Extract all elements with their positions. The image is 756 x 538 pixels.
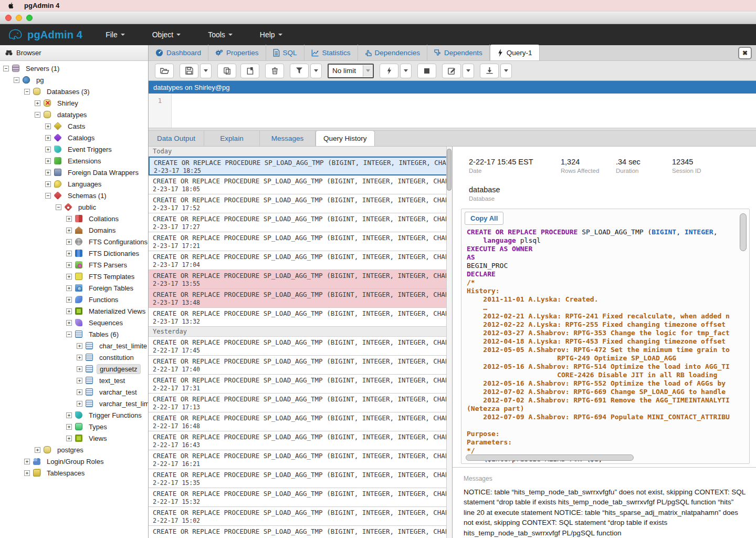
- collapse-icon[interactable]: −: [24, 89, 30, 95]
- tree-item-catalogs[interactable]: +Catalogs: [0, 132, 148, 143]
- expand-icon[interactable]: +: [66, 216, 72, 222]
- close-panel-button[interactable]: ✖: [738, 47, 752, 59]
- expand-icon[interactable]: +: [66, 297, 72, 303]
- expand-icon[interactable]: +: [45, 123, 51, 129]
- expand-icon[interactable]: +: [66, 320, 72, 326]
- expand-icon[interactable]: +: [45, 147, 51, 152]
- tree-item-text-test[interactable]: +text_test: [0, 375, 148, 386]
- expand-icon[interactable]: +: [66, 239, 72, 245]
- tree-item-types[interactable]: +Types: [0, 421, 148, 432]
- history-entry[interactable]: CREATE OR REPLACE PROCEDURE SP_LOAD_AGG_…: [149, 450, 452, 469]
- history-entry[interactable]: CREATE OR REPLACE PROCEDURE SP_LOAD_AGG_…: [149, 526, 452, 538]
- tree-item-login-group-roles[interactable]: +Login/Group Roles: [0, 456, 148, 467]
- tab-dashboard[interactable]: Dashboard: [149, 45, 208, 60]
- save-button[interactable]: [180, 64, 198, 78]
- history-entry[interactable]: CREATE OR REPLACE PROCEDURE SP_LOAD_AGG_…: [149, 308, 452, 327]
- row-limit-dropdown[interactable]: [363, 65, 372, 77]
- edit-button[interactable]: [442, 64, 461, 78]
- expand-icon[interactable]: +: [66, 251, 72, 256]
- history-entry[interactable]: CREATE OR REPLACE PROCEDURE SP_LOAD_AGG_…: [149, 356, 452, 375]
- history-entry[interactable]: CREATE OR REPLACE PROCEDURE SP_LOAD_AGG_…: [149, 394, 452, 412]
- tab-sql[interactable]: SQL: [266, 45, 304, 60]
- expand-icon[interactable]: +: [24, 459, 30, 464]
- history-entry[interactable]: CREATE OR REPLACE PROCEDURE SP_LOAD_AGG_…: [149, 289, 452, 308]
- tree-item-views[interactable]: +Views: [0, 432, 148, 444]
- tab-properties[interactable]: Properties: [208, 45, 266, 60]
- tree-item-servers-1-[interactable]: −Servers (1): [0, 63, 148, 74]
- expand-icon[interactable]: +: [66, 227, 72, 233]
- history-entry[interactable]: CREATE OR REPLACE PROCEDURE SP_LOAD_AGG_…: [149, 431, 452, 450]
- row-limit-select[interactable]: No limit: [328, 64, 374, 78]
- tree-item-varchar-test-lim[interactable]: +varchar_test_lim: [0, 398, 148, 409]
- tree-item-grundgesetz[interactable]: +grundgesetz: [0, 363, 148, 375]
- tree-item-domains[interactable]: +Domains: [0, 224, 148, 236]
- tree-item-fts-configurations[interactable]: +FTS Configurations: [0, 236, 148, 247]
- tree-item-datatypes[interactable]: −datatypes: [0, 109, 148, 120]
- history-entry[interactable]: CREATE OR REPLACE PROCEDURE SP_LOAD_AGG_…: [149, 251, 452, 270]
- history-scrollbar-thumb[interactable]: [447, 149, 452, 191]
- tree-item-tables-6-[interactable]: −Tables (6): [0, 328, 148, 340]
- history-entry[interactable]: CREATE OR REPLACE PROCEDURE SP_LOAD_AGG_…: [149, 375, 452, 394]
- expand-icon[interactable]: +: [66, 436, 72, 441]
- tree-item-foreign-tables[interactable]: +Foreign Tables: [0, 282, 148, 294]
- filter-options-caret-button[interactable]: [310, 64, 322, 78]
- tree-item-functions[interactable]: +Functions: [0, 294, 148, 305]
- expand-icon[interactable]: +: [45, 158, 51, 164]
- tree-item-extensions[interactable]: +Extensions: [0, 155, 148, 167]
- tree-item-event-triggers[interactable]: +Event Triggers: [0, 143, 148, 155]
- collapse-icon[interactable]: −: [14, 77, 19, 83]
- tree-item-postgres[interactable]: +postgres: [0, 444, 148, 456]
- copy-button[interactable]: [217, 64, 236, 78]
- download-button[interactable]: [480, 64, 499, 78]
- sql-vertical-scrollbar-thumb[interactable]: [740, 213, 747, 251]
- edit-options-caret-button[interactable]: [463, 64, 474, 78]
- download-options-caret-button[interactable]: [500, 64, 512, 78]
- history-entry[interactable]: CREATE OR REPLACE PROCEDURE SP_LOAD_AGG_…: [149, 488, 452, 507]
- tree-item-casts[interactable]: +Casts: [0, 120, 148, 132]
- window-close-button[interactable]: [5, 15, 12, 21]
- tab-query-history[interactable]: Query History: [316, 130, 375, 146]
- collapse-icon[interactable]: −: [3, 66, 9, 71]
- menu-object[interactable]: Object: [152, 30, 181, 39]
- tree-item-trigger-functions[interactable]: +Trigger Functions: [0, 409, 148, 421]
- tree-item-databases-3-[interactable]: −Databases (3): [0, 86, 148, 97]
- expand-icon[interactable]: +: [66, 274, 72, 280]
- tree-item-foreign-data-wrappers[interactable]: +Foreign Data Wrappers: [0, 167, 148, 178]
- tree-item-pg[interactable]: −pg: [0, 74, 148, 86]
- save-options-caret-button[interactable]: [200, 64, 212, 78]
- expand-icon[interactable]: +: [66, 308, 72, 314]
- expand-icon[interactable]: +: [66, 285, 72, 291]
- collapse-icon[interactable]: −: [56, 204, 61, 210]
- tab-dependencies[interactable]: Dependencies: [358, 45, 427, 60]
- tree-item-fts-parsers[interactable]: +FTS Parsers: [0, 259, 148, 271]
- tree-item-languages[interactable]: +Languages: [0, 178, 148, 190]
- history-entry[interactable]: CREATE OR REPLACE PROCEDURE SP_LOAD_AGG_…: [149, 469, 452, 488]
- expand-icon[interactable]: +: [66, 424, 72, 430]
- expand-icon[interactable]: +: [45, 181, 51, 187]
- execute-query-button[interactable]: [380, 64, 398, 78]
- expand-icon[interactable]: +: [77, 355, 82, 360]
- history-entry[interactable]: CREATE OR REPLACE PROCEDURE SP_LOAD_AGG_…: [149, 213, 452, 232]
- expand-icon[interactable]: +: [35, 100, 40, 106]
- tree-item-varchar-test[interactable]: +varchar_test: [0, 386, 148, 398]
- tree-item-shirley[interactable]: +Shirley: [0, 97, 148, 109]
- window-zoom-button[interactable]: [26, 15, 33, 21]
- expand-icon[interactable]: +: [77, 389, 82, 395]
- collapse-icon[interactable]: −: [66, 332, 72, 337]
- history-entry[interactable]: CREATE OR REPLACE PROCEDURE SP_LOAD_AGG_…: [149, 507, 452, 526]
- expand-icon[interactable]: +: [77, 401, 82, 407]
- history-scrollbar[interactable]: [446, 147, 452, 538]
- paste-button[interactable]: [240, 64, 259, 78]
- history-entry[interactable]: CREATE OR REPLACE PROCEDURE SP_LOAD_AGG_…: [149, 412, 452, 431]
- expand-icon[interactable]: +: [35, 447, 40, 453]
- tree-item-public[interactable]: −public: [0, 201, 148, 213]
- tree-item-schemas-1-[interactable]: −Schemas (1): [0, 190, 148, 201]
- expand-icon[interactable]: +: [77, 343, 82, 349]
- filter-button[interactable]: [290, 64, 309, 78]
- sql-horizontal-scrollbar-thumb[interactable]: [466, 454, 634, 461]
- menu-file[interactable]: File: [106, 30, 125, 39]
- stop-button[interactable]: [417, 64, 436, 78]
- tree-item-fts-dictionaries[interactable]: +FTS Dictionaries: [0, 247, 148, 259]
- query-editor[interactable]: 1: [149, 94, 756, 128]
- open-file-button[interactable]: [155, 64, 174, 78]
